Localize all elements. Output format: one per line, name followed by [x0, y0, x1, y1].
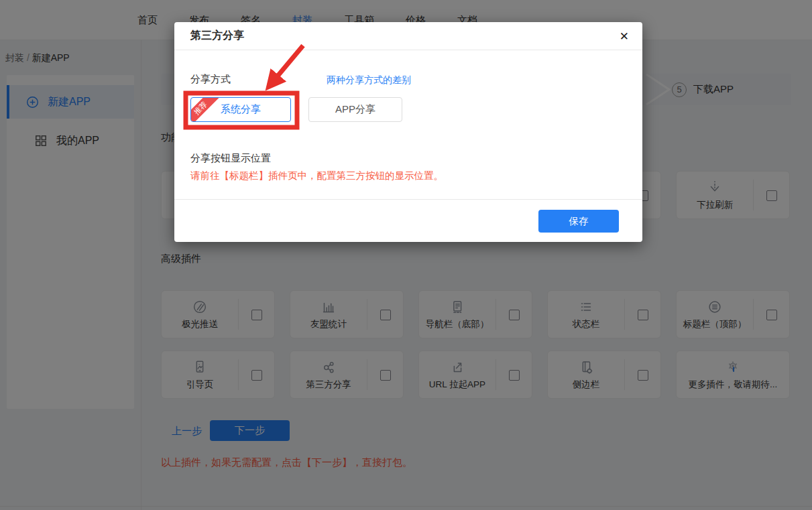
app-share-option[interactable]: APP分享 [308, 97, 402, 122]
system-share-option[interactable]: 推荐 系统分享 [190, 97, 291, 122]
share-mode-label: 分享方式 [190, 73, 231, 86]
modal-footer-divider [174, 199, 642, 200]
recommended-ribbon-badge: 推荐 [190, 97, 220, 122]
system-share-label: 系统分享 [221, 103, 261, 116]
save-button[interactable]: 保存 [538, 210, 619, 233]
app-share-label: APP分享 [335, 103, 375, 116]
page: 首页发布签名封装工具箱价格文档 封装 / 新建APP 新建APP我的APP 5 … [0, 0, 812, 510]
close-icon[interactable]: ✕ [620, 29, 629, 45]
share-options: 推荐 系统分享 APP分享 [190, 97, 402, 122]
share-button-position-label: 分享按钮显示位置 [190, 152, 271, 165]
share-button-position-note: 请前往【标题栏】插件页中，配置第三方按钮的显示位置。 [190, 170, 443, 182]
modal-title: 第三方分享 [190, 29, 244, 43]
share-mode-diff-link[interactable]: 两种分享方式的差别 [327, 74, 411, 86]
third-party-share-modal: 第三方分享 ✕ 分享方式 两种分享方式的差别 推荐 系统分享 APP分享 分享按… [174, 22, 642, 242]
modal-header: 第三方分享 [174, 22, 642, 50]
